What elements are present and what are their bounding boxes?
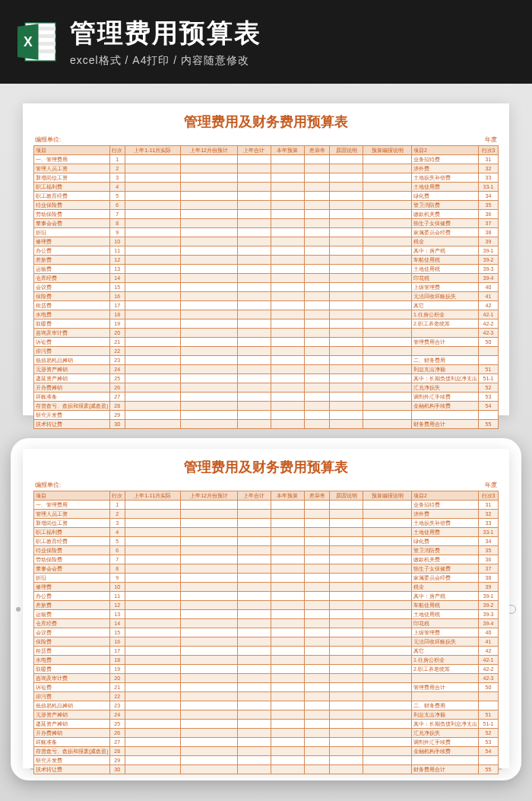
table-row: 坏账准备27调剂外汇手续费53 [34,393,499,402]
cell [330,411,363,420]
cell: 41 [479,637,499,647]
cell [330,747,363,756]
cell: 24 [109,710,125,720]
cell [125,601,181,610]
cell [304,555,330,564]
cell: 23 [109,356,125,365]
cell [237,592,271,601]
cell [330,701,363,710]
cell: 土地使用税 [412,610,479,619]
cell: 35 [479,201,499,210]
cell [304,601,330,610]
cell [125,173,181,183]
cell [237,555,271,564]
cell: 其中：房产税 [412,592,479,601]
cell: 诉讼费 [34,683,110,692]
col-header: 项目 [34,491,110,501]
table-row: 租赁费17其它42 [34,301,499,310]
cell [181,501,238,510]
table-row: 管理人员工资2涉外费32 [34,510,499,519]
cell [125,292,181,301]
cell [304,574,330,583]
cell [271,692,304,701]
cell: 39 [479,237,499,246]
cell: 管理费用合计 [412,338,479,347]
cell [304,692,330,701]
cell [363,628,412,637]
cell: 其中：长期负债利息净支出 [412,374,479,383]
cell: 折旧 [34,228,110,237]
cell: 16 [109,637,125,647]
cell: 22 [109,692,125,701]
cell [363,411,412,420]
cell [304,665,330,674]
cell [181,347,238,356]
cell: 金融机构手续费 [412,747,479,756]
cell [363,246,412,256]
cell [181,710,238,720]
cell: 40 [479,283,499,292]
cell: 仓库经费 [34,619,110,628]
cell: 土地损失补偿费 [412,519,479,528]
col-header: 差异率 [304,491,330,501]
cell [271,583,304,592]
cell: 1.住房公积金 [412,656,479,665]
cell: 25 [109,720,125,729]
cell: 39-1 [479,592,499,601]
table-row: 咨询及审计费2042-3 [34,329,499,338]
cell [271,720,304,729]
cell [330,338,363,347]
cell [125,610,181,619]
cell: 警卫消防费 [412,546,479,555]
cell [271,537,304,546]
cell: 42-2 [479,665,499,674]
cell: 涉外费 [412,510,479,519]
cell: 劳动保险费 [34,210,110,219]
cell [363,729,412,738]
table-row: 排污费22 [34,347,499,356]
cell: 土地使用费 [412,528,479,537]
cell: 无形资产摊销 [34,710,110,720]
cell [271,738,304,747]
cell [271,210,304,219]
cell [330,347,363,356]
cell [271,674,304,683]
cell: 2 [109,510,125,519]
cell [363,173,412,183]
cell [181,274,238,283]
cell [304,374,330,383]
cell [330,692,363,701]
cell [237,274,271,283]
cell [125,665,181,674]
cell: 26 [109,729,125,738]
cell: 3 [109,519,125,528]
cell [330,519,363,528]
cell: 差旅费 [34,601,110,610]
cell [330,674,363,683]
cell: 调剂外汇手续费 [412,393,479,402]
cell [181,747,238,756]
cell [125,564,181,574]
table-row: 董事会会费8独生子女保健费37 [34,219,499,228]
cell [271,701,304,710]
cell [271,265,304,274]
table-row: 递延资产摊销25其中：长期负债利息净支出51-1 [34,374,499,383]
table-row: 会议费15上级管理费40 [34,628,499,637]
cell [271,710,304,720]
cell [363,219,412,228]
cell [125,411,181,420]
year-label: 年度 [485,135,497,144]
cell [304,393,330,402]
cell [363,574,412,583]
cell [304,173,330,183]
cell: 财务费用合计 [412,420,479,429]
cell [125,155,181,164]
cell [363,519,412,528]
cell [304,756,330,765]
cell [237,347,271,356]
cell [330,564,363,574]
cell [330,256,363,265]
cell: 低值易耗品摊销 [34,356,110,365]
col-header: 项目 [34,146,110,155]
cell [363,356,412,365]
